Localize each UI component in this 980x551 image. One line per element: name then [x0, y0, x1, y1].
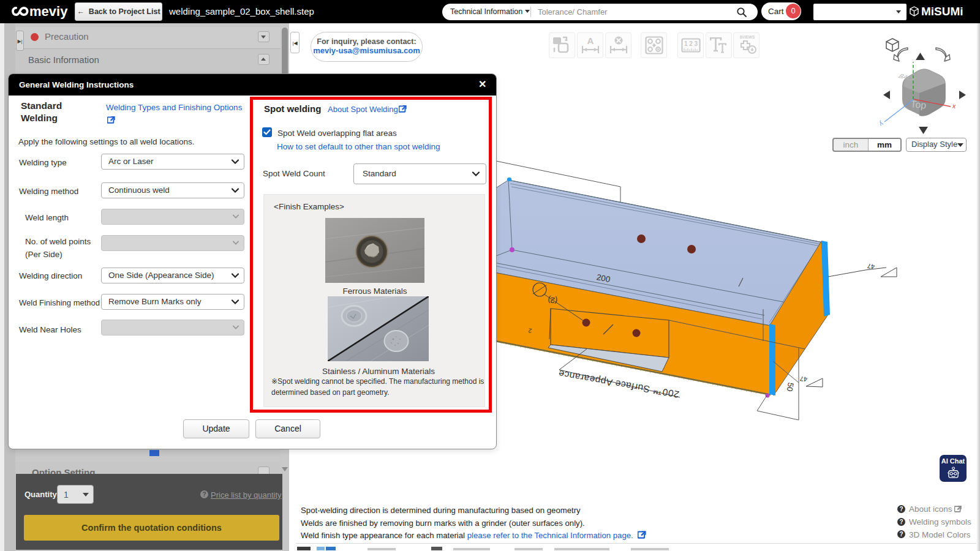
svg-text:50: 50	[785, 382, 796, 392]
svg-text:x: x	[951, 103, 956, 111]
svg-text:47: 47	[799, 375, 808, 383]
svg-text:47: 47	[867, 263, 875, 271]
svg-text:y: y	[878, 120, 884, 128]
svg-text:(2): (2)	[547, 295, 558, 305]
